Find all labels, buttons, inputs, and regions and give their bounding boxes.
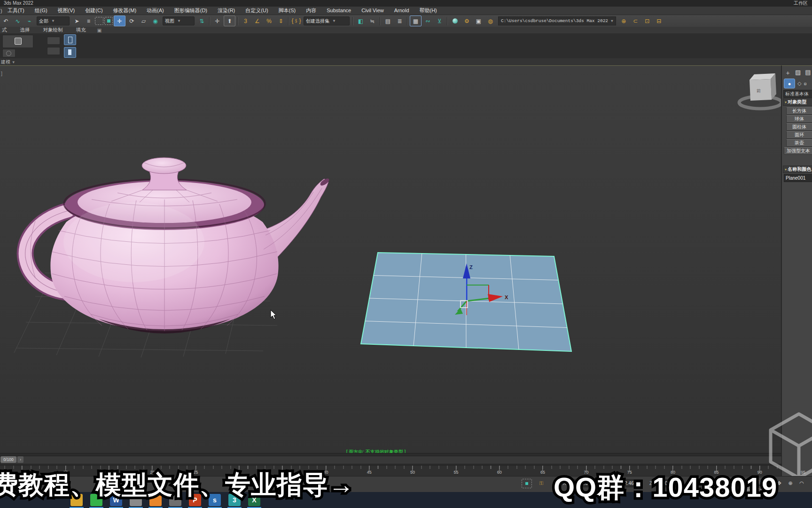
select-and-place-icon[interactable]: ◉ xyxy=(150,16,161,26)
menu-item[interactable]: 工具(T) xyxy=(2,7,30,15)
orbit-view-icon[interactable]: ◠ xyxy=(797,479,806,487)
toggle-ribbon-icon[interactable]: ▦ xyxy=(410,16,422,26)
menu-item[interactable]: 组(G) xyxy=(30,7,53,15)
select-object-icon[interactable]: ➤ xyxy=(71,16,82,26)
project-settings-icon[interactable]: ⊟ xyxy=(654,16,664,26)
primitive-button[interactable]: 球体 xyxy=(786,115,812,123)
menu-item[interactable]: Substance xyxy=(321,7,356,15)
time-slider-handle[interactable]: 0/100 xyxy=(0,456,16,463)
gizmo-z-label: Z xyxy=(469,264,473,270)
lights-category-icon[interactable]: ¤ xyxy=(804,81,806,87)
menu-item[interactable]: 图形编辑器(D) xyxy=(169,7,212,15)
rendered-frame-window-icon[interactable]: ▣ xyxy=(473,16,484,26)
select-and-manipulate-icon[interactable]: ✛ xyxy=(212,16,223,26)
object-name-field[interactable]: Plane001 xyxy=(784,174,812,182)
viewcube[interactable]: 前 xyxy=(739,73,781,109)
material-editor-icon[interactable] xyxy=(450,16,461,26)
perspective-viewport[interactable]: ] xyxy=(0,65,781,453)
zoom-view-icon[interactable]: ⊕ xyxy=(786,479,795,487)
object-type-rollout[interactable]: ▾ 对象类型 xyxy=(783,98,812,106)
select-and-link-icon[interactable]: ∿ xyxy=(12,16,23,26)
scene-explorer-icon[interactable]: ▤ xyxy=(383,16,393,26)
menu-item[interactable]: 自定义(U) xyxy=(240,7,273,15)
percent-snap-icon[interactable]: % xyxy=(264,16,274,26)
curve-editor-icon[interactable]: ∾ xyxy=(422,16,433,26)
menu-item[interactable]: Arnold xyxy=(389,7,414,15)
primitive-button[interactable]: 圆环 xyxy=(786,131,812,139)
named-selection-sets-field[interactable]: 创建选择集▼ xyxy=(304,16,350,25)
project-new-icon[interactable]: ⊕ xyxy=(618,16,629,26)
selection-filter-dropdown[interactable]: 全部▼ xyxy=(37,16,70,25)
ribbon-small-button-3[interactable] xyxy=(47,47,60,55)
ribbon-panel-footer[interactable]: 建模 ▼ xyxy=(0,58,812,66)
hierarchy-tab-icon[interactable]: ▤ xyxy=(805,69,811,77)
ribbon-small-button-2[interactable] xyxy=(47,37,60,45)
menu-item[interactable]: 修改器(M) xyxy=(108,7,142,15)
undo-icon[interactable]: ↶ xyxy=(0,16,11,26)
render-production-icon[interactable]: ◍ xyxy=(485,16,496,26)
window-title: 3ds Max 2022 xyxy=(4,0,33,7)
snap-toggle-3d-icon[interactable]: 3 xyxy=(240,16,251,26)
reference-coordinate-dropdown[interactable]: 视图▼ xyxy=(163,16,195,25)
time-slider[interactable]: 0/100 › xyxy=(0,453,781,466)
create-tab-icon[interactable]: ＋ xyxy=(785,69,791,77)
project-save-icon[interactable]: ⊡ xyxy=(642,16,653,26)
menu-item[interactable]: 内容 xyxy=(301,7,321,15)
geometry-category-icon[interactable]: ● xyxy=(784,79,795,88)
workspace-selector[interactable]: 工作区 xyxy=(794,0,808,7)
polygon-modeling-button[interactable] xyxy=(2,35,33,48)
menu-item[interactable]: 渲染(R) xyxy=(212,7,240,15)
primitive-button[interactable]: 圆柱体 xyxy=(786,123,812,131)
select-and-move-icon[interactable]: ✛ xyxy=(114,16,125,26)
select-and-rotate-icon[interactable]: ⟳ xyxy=(126,16,137,26)
mirror-icon[interactable]: ◧ xyxy=(355,16,366,26)
ribbon-small-button-1[interactable] xyxy=(2,49,16,57)
teapot-object[interactable] xyxy=(25,158,330,333)
ribbon-highlight-button-bottom[interactable] xyxy=(64,47,76,58)
ribbon-tab[interactable]: 式 xyxy=(0,27,14,33)
menu-item[interactable]: Civil View xyxy=(356,7,389,15)
viewport-canvas[interactable]: Z X 前 xyxy=(0,66,781,453)
align-icon[interactable]: ≒ xyxy=(367,16,378,26)
project-open-icon[interactable]: ⊂ xyxy=(630,16,641,26)
primitive-set-dropdown[interactable]: 标准基本体 xyxy=(783,90,812,98)
ribbon-tab[interactable]: 选择 xyxy=(14,27,37,33)
name-color-rollout[interactable]: ▾ 名称和颜色 xyxy=(783,166,812,173)
ribbon-tab[interactable]: 对象绘制 xyxy=(37,27,70,33)
render-setup-icon[interactable]: ⚙ xyxy=(461,16,472,26)
gizmo-x-label: X xyxy=(505,294,508,300)
circle-icon xyxy=(6,51,11,56)
schematic-view-icon[interactable]: ⊻ xyxy=(434,16,445,26)
menu-item[interactable]: 脚本(S) xyxy=(273,7,301,15)
keyboard-shortcut-override-icon[interactable]: ⬆ xyxy=(224,16,235,26)
ribbon-tabs: 式选择对象绘制填充 ▣ xyxy=(0,27,812,33)
menu-item[interactable]: 创建(C) xyxy=(80,7,108,15)
angle-snap-icon[interactable]: ∠ xyxy=(252,16,263,26)
rectangular-selection-icon[interactable] xyxy=(95,17,103,25)
teapot-knob xyxy=(142,158,186,174)
primitive-button[interactable]: 茶壶 xyxy=(786,139,812,147)
select-and-scale-icon[interactable]: ▱ xyxy=(138,16,149,26)
shapes-category-icon[interactable]: ◇ xyxy=(797,80,801,87)
modify-tab-icon[interactable]: ▨ xyxy=(795,69,801,77)
edit-named-selection-sets-icon[interactable]: {﹩} xyxy=(291,16,302,26)
select-by-name-icon[interactable]: ≡ xyxy=(83,16,94,26)
time-slider-track[interactable] xyxy=(0,456,782,464)
use-pivot-point-icon[interactable]: ⇅ xyxy=(196,16,207,26)
primitive-button[interactable]: 加强型文本 xyxy=(784,147,812,155)
menu-item[interactable]: 动画(A) xyxy=(141,7,169,15)
next-frame-arrow[interactable]: › xyxy=(17,456,23,463)
project-folder-path[interactable]: C:\Users\csdbruse\Documents\3ds Max 2022… xyxy=(498,16,616,25)
menu-item[interactable]: 视图(V) xyxy=(53,7,80,15)
spinner-snap-icon[interactable]: ⇕ xyxy=(275,16,286,26)
unlink-selection-icon[interactable]: ⌁ xyxy=(24,16,35,26)
selection-lock-icon[interactable]: ⚿ xyxy=(537,479,546,487)
window-crossing-icon[interactable] xyxy=(104,17,113,25)
ribbon-minimize-icon[interactable]: ▣ xyxy=(97,27,102,33)
primitive-button[interactable]: 长方体 xyxy=(786,107,812,115)
layer-explorer-icon[interactable]: ≣ xyxy=(394,16,405,26)
menu-item[interactable]: 帮助(H) xyxy=(414,7,442,15)
ribbon-tab[interactable]: 填充 xyxy=(70,27,93,33)
ribbon-highlight-button-top[interactable] xyxy=(64,34,76,45)
isolate-selection-icon[interactable] xyxy=(522,479,532,488)
